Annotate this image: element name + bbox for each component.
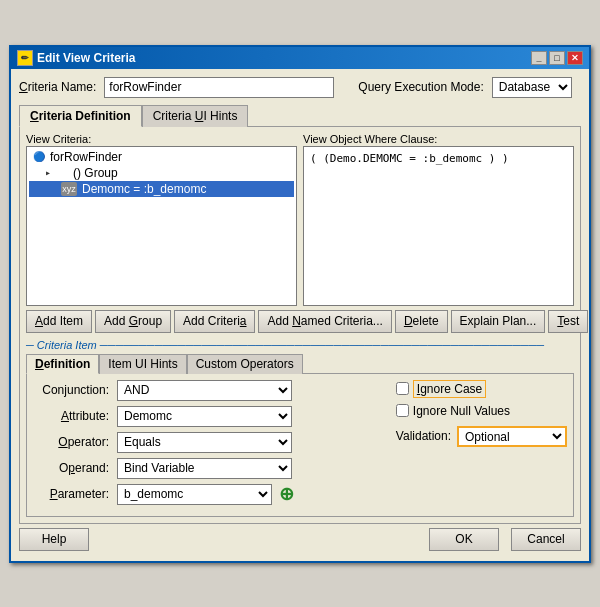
where-clause-label: View Object Where Clause: [303, 133, 574, 145]
tree-node-demomc-label: Demomc = :b_demomc [82, 182, 206, 196]
main-tab-bar: Criteria Definition Criteria UI Hints [19, 104, 581, 126]
view-criteria-label: View Criteria: [26, 133, 297, 145]
query-execution-dropdown[interactable]: Database [492, 77, 572, 98]
operand-row: Operand: Bind Variable [33, 458, 386, 479]
operator-row: Operator: Equals [33, 432, 386, 453]
help-button[interactable]: Help [19, 528, 89, 551]
ignore-case-checkbox[interactable] [396, 382, 409, 395]
query-execution-label: Query Execution Mode: [358, 80, 483, 94]
criteria-item-heading: ─ Criteria Item ────────────────────────… [26, 339, 574, 351]
conjunction-row: Conjunction: AND OR [33, 380, 386, 401]
tree-node-group-label: () Group [73, 166, 118, 180]
tab-custom-operators[interactable]: Custom Operators [187, 354, 303, 374]
ignore-null-row: Ignore Null Values [396, 404, 567, 418]
operator-label: Operator: [33, 435, 113, 449]
operand-select[interactable]: Bind Variable [117, 458, 292, 479]
validation-label: Validation: [396, 429, 451, 443]
title-bar-left: ✏ Edit View Criteria [17, 50, 135, 66]
split-area: View Criteria: 🔵 forRowFinder ▸ () Group [26, 133, 574, 306]
conjunction-select[interactable]: AND OR [117, 380, 292, 401]
conjunction-label: Conjunction: [33, 383, 113, 397]
window-title: Edit View Criteria [37, 51, 135, 65]
main-tab-panel: View Criteria: 🔵 forRowFinder ▸ () Group [19, 126, 581, 524]
criteria-name-input[interactable]: forRowFinder [104, 77, 334, 98]
criteria-name-row: Criteria Name: forRowFinder Query Execut… [19, 77, 581, 98]
parameter-row: Parameter: b_demomc ⊕ [33, 484, 386, 505]
inner-panel-definition: Conjunction: AND OR Attribute: Dem [26, 373, 574, 517]
operand-label: Operand: [33, 461, 113, 475]
title-controls: _ □ ✕ [531, 51, 583, 65]
parameter-label: Parameter: [33, 487, 113, 501]
tab-criteria-definition[interactable]: Criteria Definition [19, 105, 142, 127]
add-criteria-button[interactable]: Add Criteria [174, 310, 255, 333]
ignore-null-checkbox[interactable] [396, 404, 409, 417]
window-content: Criteria Name: forRowFinder Query Execut… [11, 69, 589, 561]
tree-node-rowfinder[interactable]: 🔵 forRowFinder [29, 149, 294, 165]
operator-select[interactable]: Equals [117, 432, 292, 453]
tree-node-demomc[interactable]: xyz Demomc = :b_demomc [29, 181, 294, 197]
expand-icon[interactable]: ▸ [45, 167, 51, 178]
tab-definition[interactable]: Definition [26, 354, 99, 374]
tree-node-demomc-icon: xyz [61, 182, 77, 196]
attribute-select[interactable]: Demomc [117, 406, 292, 427]
inner-tab-bar: Definition Item UI Hints Custom Operator… [26, 353, 574, 373]
tree-node-group-icon [54, 166, 70, 180]
add-group-button[interactable]: Add Group [95, 310, 171, 333]
tree-node-rowfinder-label: forRowFinder [50, 150, 122, 164]
explain-plan-button[interactable]: Explain Plan... [451, 310, 546, 333]
add-parameter-button[interactable]: ⊕ [276, 484, 296, 504]
test-button[interactable]: Test [548, 310, 588, 333]
criteria-name-label: Criteria Name: [19, 80, 96, 94]
tree-node-rowfinder-icon: 🔵 [31, 150, 47, 164]
view-criteria-tree[interactable]: 🔵 forRowFinder ▸ () Group xyz Demomc [26, 146, 297, 306]
title-bar: ✏ Edit View Criteria _ □ ✕ [11, 47, 589, 69]
add-item-button[interactable]: Add Item [26, 310, 92, 333]
cancel-button[interactable]: Cancel [511, 528, 581, 551]
criteria-item-section: ─ Criteria Item ────────────────────────… [26, 339, 574, 517]
ignore-case-label[interactable]: Ignore Case [413, 380, 486, 398]
ok-button[interactable]: OK [429, 528, 499, 551]
tab-criteria-ui-hints[interactable]: Criteria UI Hints [142, 105, 249, 127]
main-window: ✏ Edit View Criteria _ □ ✕ Criteria Name… [9, 45, 591, 563]
parameter-select[interactable]: b_demomc [117, 484, 272, 505]
where-clause-panel: View Object Where Clause: ( (Demo.DEMOMC… [303, 133, 574, 306]
close-button[interactable]: ✕ [567, 51, 583, 65]
ignore-case-row: Ignore Case [396, 380, 567, 398]
action-buttons-row: Add Item Add Group Add Criteria Add Name… [26, 310, 574, 333]
tree-node-group[interactable]: ▸ () Group [29, 165, 294, 181]
minimize-button[interactable]: _ [531, 51, 547, 65]
window-icon: ✏ [17, 50, 33, 66]
validation-row: Validation: Optional Required [396, 426, 567, 447]
definition-left-fields: Conjunction: AND OR Attribute: Dem [33, 380, 386, 510]
bottom-buttons: Help OK Cancel [19, 524, 581, 553]
where-clause-content: ( (Demo.DEMOMC = :b_demomc ) ) [303, 146, 574, 306]
add-named-criteria-button[interactable]: Add Named Criteria... [258, 310, 391, 333]
attribute-label: Attribute: [33, 409, 113, 423]
tab-item-ui-hints[interactable]: Item UI Hints [99, 354, 186, 374]
validation-select[interactable]: Optional Required [457, 426, 567, 447]
view-criteria-panel: View Criteria: 🔵 forRowFinder ▸ () Group [26, 133, 297, 306]
definition-panel-content: Conjunction: AND OR Attribute: Dem [33, 380, 567, 510]
attribute-row: Attribute: Demomc [33, 406, 386, 427]
where-clause-text: ( (Demo.DEMOMC = :b_demomc ) ) [308, 150, 511, 167]
definition-right-fields: Ignore Case Ignore Null Values [396, 380, 567, 510]
delete-button[interactable]: Delete [395, 310, 448, 333]
maximize-button[interactable]: □ [549, 51, 565, 65]
ignore-null-label[interactable]: Ignore Null Values [413, 404, 510, 418]
